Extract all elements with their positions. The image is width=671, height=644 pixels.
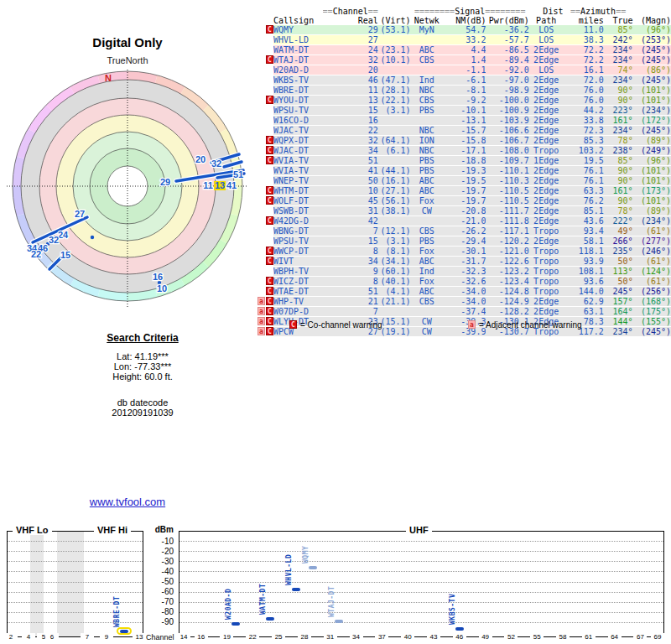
signal-bar bbox=[309, 566, 317, 569]
channel-tick-label: 22 bbox=[246, 633, 259, 641]
channel-tick-label: 2 bbox=[4, 633, 18, 641]
gridline bbox=[179, 602, 663, 603]
channel-tick-label: 49 bbox=[479, 633, 492, 641]
signal-callsign-label: W20AD-D bbox=[225, 589, 233, 620]
channel-tick-label: 14 bbox=[177, 633, 190, 641]
signal-bar bbox=[120, 630, 128, 633]
channel-tick-label: 61 bbox=[582, 633, 596, 641]
gridline bbox=[179, 561, 663, 562]
signal-callsign-label: WKBS-TV bbox=[449, 594, 457, 625]
channel-tick-label: 4 bbox=[22, 633, 35, 641]
channel-tick-label: 67 bbox=[633, 633, 647, 641]
dbm-axis-label: dBm bbox=[143, 525, 174, 534]
channel-axis-label: Channel bbox=[146, 633, 174, 641]
signal-bar bbox=[266, 617, 274, 621]
channel-tick-label: 37 bbox=[375, 633, 388, 641]
channel-tick-label: 28 bbox=[298, 633, 311, 641]
dbm-tick-label: -40 bbox=[143, 567, 174, 576]
signal-bar bbox=[231, 622, 240, 626]
gridline bbox=[179, 582, 663, 583]
dbm-tick-label: -60 bbox=[143, 587, 174, 596]
spectrum-chart: -10-20-30-40-50-60-70-80-90VHF LoVHF HiU… bbox=[0, 0, 671, 644]
channel-tick-label: 69 bbox=[651, 633, 664, 641]
gridline bbox=[8, 541, 143, 542]
channel-tick-label: 55 bbox=[530, 633, 544, 641]
channel-tick-label: 9 bbox=[100, 633, 113, 641]
gridline bbox=[179, 622, 663, 623]
signal-callsign-label: WATM-DT bbox=[259, 583, 268, 614]
dbm-tick-label: -10 bbox=[143, 537, 174, 546]
channel-tick-label: 7 bbox=[81, 633, 94, 641]
band-label-vhf-lo: VHF Lo bbox=[13, 525, 52, 535]
gridline bbox=[8, 551, 143, 552]
signal-callsign-label: WBRE-DT bbox=[113, 595, 122, 626]
gridline bbox=[8, 592, 143, 593]
dbm-tick-label: -90 bbox=[143, 617, 174, 626]
dbm-tick-label: -30 bbox=[143, 557, 174, 566]
channel-tick-label: 34 bbox=[350, 633, 363, 641]
channel-tick-label: 58 bbox=[556, 633, 570, 641]
gridline bbox=[179, 612, 663, 613]
channel-tick-label: 19 bbox=[220, 633, 233, 641]
channel-tick-label: 46 bbox=[453, 633, 466, 641]
dbm-tick-label: -50 bbox=[143, 577, 174, 586]
channel-tick-label: 13 bbox=[133, 633, 146, 641]
signal-bar bbox=[455, 627, 464, 631]
gridline bbox=[179, 541, 663, 542]
signal-bar bbox=[335, 620, 343, 623]
channel-tick-label: 43 bbox=[427, 633, 440, 641]
dbm-tick-label: -80 bbox=[143, 607, 174, 616]
channel-tick-label: 64 bbox=[608, 633, 622, 641]
gridline bbox=[8, 622, 143, 623]
channel-tick-label: 52 bbox=[504, 633, 518, 641]
signal-bar bbox=[292, 588, 300, 591]
gridline bbox=[179, 571, 663, 572]
dbm-tick-label: -70 bbox=[143, 597, 174, 606]
channel-tick-label: 25 bbox=[272, 633, 285, 641]
channel-tick-label: 16 bbox=[195, 633, 208, 641]
gridline bbox=[8, 561, 143, 562]
channel-tick-label: 40 bbox=[401, 633, 414, 641]
channel-tick-label: 6 bbox=[45, 633, 59, 641]
signal-callsign-label: WHVL-LD bbox=[285, 554, 294, 585]
dbm-tick-label: -20 bbox=[143, 547, 174, 556]
channel-tick-label: 31 bbox=[324, 633, 337, 641]
gridline bbox=[8, 571, 143, 572]
gridline bbox=[8, 582, 143, 583]
band-label-vhf-hi: VHF Hi bbox=[94, 525, 131, 535]
signal-callsign-label: WTAJ-DT bbox=[328, 586, 336, 617]
gridline bbox=[8, 612, 143, 613]
gridline bbox=[179, 551, 663, 552]
gridline bbox=[179, 592, 663, 593]
gridline bbox=[8, 602, 143, 603]
signal-callsign-label: WQMY bbox=[302, 546, 310, 564]
band-label-uhf: UHF bbox=[406, 525, 432, 535]
